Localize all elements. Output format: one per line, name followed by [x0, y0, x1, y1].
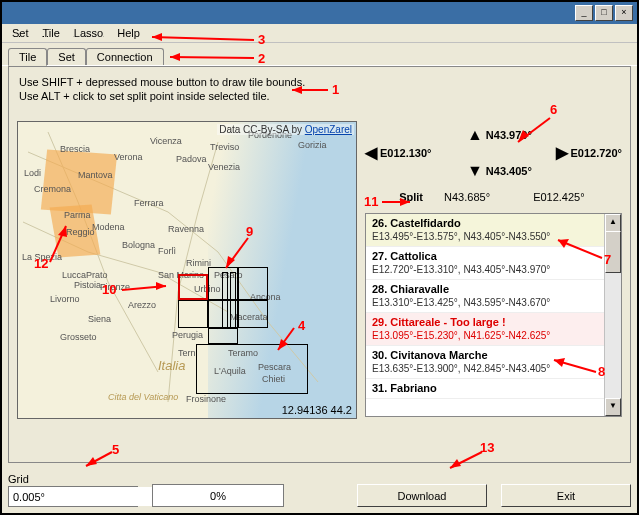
close-button[interactable]: ×: [615, 5, 633, 21]
city-reggio: Reggio: [66, 227, 95, 237]
split-row: Split N43.685° E012.425°: [365, 191, 622, 209]
city-terni: Terni: [178, 348, 198, 358]
list-item[interactable]: 29. Cittareale - Too large !E13.095°-E15…: [366, 313, 605, 346]
extent-south[interactable]: ▼N43.405°: [467, 165, 532, 177]
label-italia: Italia: [158, 358, 185, 373]
bottom-bar: Grid ▼ 0% Download Exit: [8, 467, 631, 507]
city-forli: Forlì: [158, 246, 176, 256]
list-item-title: 30. Civitanova Marche: [372, 349, 599, 361]
list-item-coords: E13.095°-E15.230°, N41.625°-N42.625°: [372, 330, 599, 341]
label-vaticano: Citta del Vaticano: [108, 392, 178, 402]
exit-button[interactable]: Exit: [501, 484, 631, 507]
grid-combo[interactable]: ▼: [8, 486, 138, 507]
list-item-title: 31. Fabriano: [372, 382, 599, 394]
mouse-coords: 12.94136 44.2: [282, 404, 352, 416]
list-item[interactable]: 31. Fabriano: [366, 379, 605, 399]
city-laspezia: La Spezia: [22, 252, 62, 262]
city-arezzo: Arezzo: [128, 300, 156, 310]
scroll-down-icon[interactable]: ▼: [605, 398, 621, 416]
list-item-coords: E12.720°-E13.310°, N43.405°-N43.970°: [372, 264, 599, 275]
content-panel: Use SHIFT + depressed mouse button to dr…: [8, 66, 631, 463]
arrow-right-icon: ▶: [556, 147, 568, 159]
city-livorno: Livorno: [50, 294, 80, 304]
attribution-link[interactable]: OpenZarel: [305, 124, 352, 135]
city-gorizia: Gorizia: [298, 140, 327, 150]
tile[interactable]: [178, 300, 208, 328]
list-item[interactable]: 27. CattolicaE12.720°-E13.310°, N43.405°…: [366, 247, 605, 280]
list-item[interactable]: 28. ChiaravalleE13.310°-E13.425°, N43.59…: [366, 280, 605, 313]
arrow-left-icon: ◀: [365, 147, 377, 159]
city-prato: Prato: [86, 270, 108, 280]
hint-line1: Use SHIFT + depressed mouse button to dr…: [19, 75, 620, 89]
split-label: Split: [365, 191, 423, 203]
tab-set[interactable]: Set: [47, 48, 86, 65]
city-modena: Modena: [92, 222, 125, 232]
city-verona: Verona: [114, 152, 143, 162]
list-item-title: 28. Chiaravalle: [372, 283, 599, 295]
tabstrip: Tile Set Connection: [2, 43, 637, 66]
city-perugia: Perugia: [172, 330, 203, 340]
maximize-button[interactable]: □: [595, 5, 613, 21]
city-lucca: Lucca: [62, 270, 86, 280]
list-item-coords: E13.635°-E13.900°, N42.845°-N43.405°: [372, 363, 599, 374]
city-venezia: Venezia: [208, 162, 240, 172]
extent-north[interactable]: ▲N43.970°: [467, 129, 532, 141]
scroll-thumb[interactable]: [605, 231, 621, 273]
list-item[interactable]: 26. CastelfidardoE13.495°-E13.575°, N43.…: [366, 214, 605, 247]
city-pistoia: Pistoia: [74, 280, 101, 290]
list-item-coords: E13.310°-E13.425°, N43.595°-N43.670°: [372, 297, 599, 308]
menubar: Set Tile Lasso Help: [2, 24, 637, 43]
city-lodi: Lodi: [24, 168, 41, 178]
city-ferrara: Ferrara: [134, 198, 164, 208]
tab-tile[interactable]: Tile: [8, 48, 47, 66]
city-padova: Padova: [176, 154, 207, 164]
download-button[interactable]: Download: [357, 484, 487, 507]
city-brescia: Brescia: [60, 144, 90, 154]
grid-input[interactable]: [9, 487, 155, 506]
tiles-list: 26. CastelfidardoE13.495°-E13.575°, N43.…: [365, 213, 622, 417]
tile[interactable]: [238, 267, 268, 300]
menu-help[interactable]: Help: [111, 26, 146, 40]
city-grosseto: Grosseto: [60, 332, 97, 342]
split-lon: E012.425°: [533, 191, 601, 203]
city-cremona: Cremona: [34, 184, 71, 194]
titlebar: _ □ ×: [2, 2, 637, 24]
map-attribution: Data CC-By-SA by OpenZarel: [217, 124, 354, 135]
scroll-up-icon[interactable]: ▲: [605, 214, 621, 232]
list-item-coords: E13.495°-E13.575°, N43.405°-N43.550°: [372, 231, 599, 242]
city-treviso: Treviso: [210, 142, 239, 152]
arrow-down-icon: ▼: [467, 165, 483, 177]
app-window: _ □ × Set Tile Lasso Help Tile Set Conne…: [0, 0, 639, 515]
tile[interactable]: [208, 328, 238, 344]
list-item-title: 29. Cittareale - Too large !: [372, 316, 599, 328]
list-item-title: 26. Castelfidardo: [372, 217, 599, 229]
city-mantova: Mantova: [78, 170, 113, 180]
hint-line2: Use ALT + click to set split point insid…: [19, 89, 620, 103]
city-ravenna: Ravenna: [168, 224, 204, 234]
city-bologna: Bologna: [122, 240, 155, 250]
map[interactable]: Brescia Vicenza Treviso Verona Venezia L…: [17, 121, 357, 419]
tab-connection[interactable]: Connection: [86, 48, 164, 65]
right-pane: ◀E012.130° ▲N43.970° ▼N43.405° ▶E012.720…: [365, 121, 622, 417]
tile[interactable]: [230, 272, 236, 328]
progress-bar: 0%: [152, 484, 284, 507]
menu-lasso[interactable]: Lasso: [68, 26, 109, 40]
split-lat: N43.685°: [444, 191, 512, 203]
scrollbar[interactable]: ▲ ▼: [604, 214, 621, 416]
grid-label: Grid: [8, 473, 138, 485]
arrow-up-icon: ▲: [467, 129, 483, 141]
menu-tile[interactable]: Tile: [37, 26, 66, 40]
city-siena: Siena: [88, 314, 111, 324]
extent-west[interactable]: ◀E012.130°: [365, 147, 432, 159]
tile-selected[interactable]: [178, 274, 208, 300]
tile[interactable]: [222, 272, 228, 328]
extent-east[interactable]: ▶E012.720°: [556, 147, 623, 159]
list-item-title: 27. Cattolica: [372, 250, 599, 262]
minimize-button[interactable]: _: [575, 5, 593, 21]
menu-set[interactable]: Set: [6, 26, 35, 40]
city-firenze: Firenze: [100, 282, 130, 292]
list-item[interactable]: 30. Civitanova MarcheE13.635°-E13.900°, …: [366, 346, 605, 379]
city-frosinone: Frosinone: [186, 394, 226, 404]
tile[interactable]: [238, 300, 268, 328]
tile-large[interactable]: [196, 344, 308, 394]
